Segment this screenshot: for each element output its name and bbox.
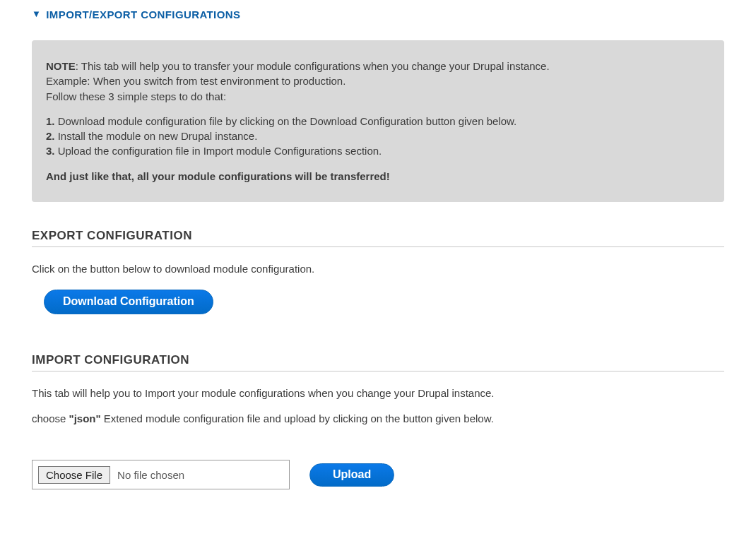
import-desc-2c: Extened module configuration file and up… [101, 412, 494, 424]
file-input[interactable]: Choose File No file chosen [32, 460, 290, 489]
chevron-down-icon: ▼ [32, 9, 41, 18]
note-label: NOTE [46, 60, 76, 72]
section-title: IMPORT/EXPORT CONFIGURATIONS [46, 8, 240, 20]
step2-num: 2. [46, 130, 55, 142]
upload-button[interactable]: Upload [309, 463, 394, 487]
import-desc-2b: "json" [69, 412, 101, 424]
import-heading: IMPORT CONFIGURATION [32, 353, 724, 371]
import-desc-2a: choose [32, 412, 69, 424]
file-status-text: No file chosen [117, 469, 184, 481]
export-heading: EXPORT CONFIGURATION [32, 229, 724, 247]
choose-file-button[interactable]: Choose File [38, 466, 110, 484]
step1-text: Download module configuration file by cl… [55, 115, 517, 127]
step1-num: 1. [46, 115, 55, 127]
step3-text: Upload the configuration file in Import … [55, 145, 382, 157]
import-export-toggle[interactable]: ▼ IMPORT/EXPORT CONFIGURATIONS [32, 8, 724, 20]
note-box: NOTE: This tab will help you to transfer… [32, 40, 724, 202]
note-text-2: Example: When you switch from test envir… [46, 73, 710, 88]
note-conclusion: And just like that, all your module conf… [46, 169, 710, 184]
export-desc: Click on the button below to download mo… [32, 261, 724, 277]
download-configuration-button[interactable]: Download Configuration [44, 290, 213, 314]
note-text-1: : This tab will help you to transfer you… [76, 60, 550, 72]
note-text-3: Follow these 3 simple steps to do that: [46, 89, 710, 104]
import-desc-1: This tab will help you to Import your mo… [32, 386, 724, 401]
step3-num: 3. [46, 145, 55, 157]
step2-text: Install the module on new Drupal instanc… [55, 130, 258, 142]
